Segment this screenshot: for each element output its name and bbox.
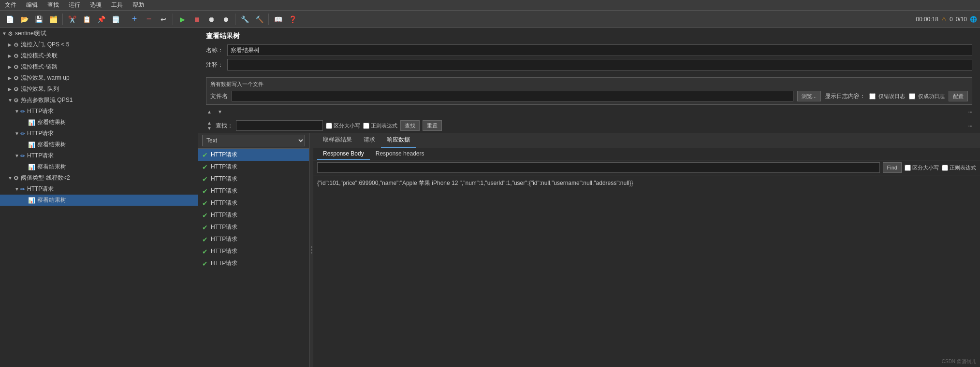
result-item-2[interactable]: ✔ HTTP请求: [198, 173, 309, 185]
config-button[interactable]: 配置: [949, 91, 968, 101]
result-item-8[interactable]: ✔ HTTP请求: [198, 245, 309, 257]
resizer-dot-1: [311, 246, 312, 248]
subtab-headers[interactable]: Response headers: [370, 148, 430, 160]
result-item-7[interactable]: ✔ HTTP请求: [198, 233, 309, 245]
tree-item-7[interactable]: 📊 察看结果树: [0, 117, 198, 128]
tree-item-11[interactable]: 📊 察看结果树: [0, 161, 198, 172]
open-btn[interactable]: 📂: [17, 13, 31, 26]
sep4: [235, 14, 235, 25]
menu-run[interactable]: 运行: [67, 0, 82, 10]
timer-display: 00:00:18: [916, 16, 938, 23]
result-regex-label: 正则表达式: [950, 164, 976, 171]
shutdown-btn[interactable]: ⏺: [219, 13, 233, 26]
subtab-body[interactable]: Response Body: [317, 148, 370, 160]
tree-item-2[interactable]: ▶ ⚙ 流控模式-链路: [0, 61, 198, 72]
browse-button[interactable]: 浏览...: [797, 91, 821, 101]
result-item-label-3: HTTP请求: [211, 187, 237, 195]
item5-expand: ▼: [8, 98, 14, 103]
tree-item-14[interactable]: 📊 察看结果树: [0, 195, 198, 206]
result-item-1[interactable]: ✔ HTTP请求: [198, 161, 309, 173]
item7-label: 察看结果树: [37, 118, 66, 127]
item4-label: 流控效果, 队列: [21, 85, 59, 93]
left-tree-panel: ▼ ⚙ sentinel测试 ▶ ⚙ 流控入门, QPS < 5 ▶ ⚙ 流控模…: [0, 28, 198, 367]
tree-item-9[interactable]: 📊 察看结果树: [0, 139, 198, 150]
copy-btn[interactable]: 📋: [80, 13, 93, 26]
root-icon: ⚙: [8, 30, 13, 37]
menu-options[interactable]: 选项: [88, 0, 103, 10]
paste-btn[interactable]: 📌: [94, 13, 108, 26]
item6-expand: ▼: [15, 109, 20, 114]
error-log-row: 仅错误日志: [869, 93, 905, 100]
result-item-9[interactable]: ✔ HTTP请求: [198, 257, 309, 269]
tree-item-8[interactable]: ▼ ✏ HTTP请求: [0, 128, 198, 139]
find-button[interactable]: 查找: [400, 120, 420, 131]
expand-btn[interactable]: 🗒️: [109, 13, 122, 26]
tree-item-3[interactable]: ▶ ⚙ 流控效果, warm up: [0, 72, 198, 84]
search-input[interactable]: [236, 120, 323, 131]
tree-item-0[interactable]: ▶ ⚙ 流控入门, QPS < 5: [0, 39, 198, 50]
new-btn[interactable]: 📄: [3, 13, 16, 26]
resizer[interactable]: [309, 133, 313, 367]
tab-request[interactable]: 请求: [358, 133, 381, 148]
text-type-select[interactable]: Text RegExp Tester CSS/JQuery Tester XPa…: [202, 135, 305, 146]
result-search-input[interactable]: [317, 162, 880, 173]
remote-btn[interactable]: 🔧: [238, 13, 251, 26]
result-search-row: Find 区分大小写 正则表达式: [313, 160, 980, 175]
cut-btn[interactable]: ✂️: [65, 13, 79, 26]
up-arrow[interactable]: ▲: [206, 109, 213, 114]
dots-menu-2[interactable]: ···: [968, 122, 972, 129]
regex-checkbox[interactable]: [363, 123, 369, 129]
menu-edit[interactable]: 编辑: [24, 0, 40, 10]
result-item-4[interactable]: ✔ HTTP请求: [198, 197, 309, 209]
item14-label: 察看结果树: [37, 196, 66, 204]
tab-sampler[interactable]: 取样器结果: [317, 133, 358, 148]
dots-menu-1[interactable]: ···: [968, 108, 972, 115]
result-body: {"id":101,"price":699900,"name":"Apple 苹…: [313, 175, 980, 367]
menu-find[interactable]: 查找: [45, 0, 61, 10]
add-btn[interactable]: +: [128, 13, 141, 26]
result-regex-checkbox[interactable]: [942, 165, 948, 171]
about-btn[interactable]: ❓: [286, 13, 299, 26]
tree-item-10[interactable]: ▼ ✏ HTTP请求: [0, 150, 198, 161]
stop-btn[interactable]: ⏹: [190, 13, 204, 26]
down-arrow[interactable]: ▼: [217, 109, 223, 114]
result-item-0[interactable]: ✔ HTTP请求: [198, 149, 309, 161]
menu-tools[interactable]: 工具: [109, 0, 125, 10]
clear-btn[interactable]: ↩: [157, 13, 170, 26]
menu-file[interactable]: 文件: [3, 0, 18, 10]
content-area: Text RegExp Tester CSS/JQuery Tester XPa…: [198, 133, 980, 367]
tree-item-1[interactable]: ▶ ⚙ 流控模式-关联: [0, 50, 198, 61]
success-log-checkbox[interactable]: [909, 93, 915, 99]
file-input[interactable]: [232, 91, 793, 101]
reset-button[interactable]: 重置: [423, 120, 442, 131]
start-btn[interactable]: ▶: [176, 13, 189, 26]
result-item-label-2: HTTP请求: [211, 175, 237, 183]
comment-input[interactable]: [227, 59, 972, 71]
item1-icon: ⚙: [14, 53, 19, 59]
tree-item-4[interactable]: ▶ ⚙ 流控效果, 队列: [0, 84, 198, 95]
tab-response[interactable]: 响应数据: [381, 133, 416, 148]
save-close-btn[interactable]: 💾: [32, 13, 45, 26]
result-case-checkbox[interactable]: [905, 165, 911, 171]
dropdown-list: ✔ HTTP请求 ✔ HTTP请求 ✔ HTTP请求 ✔ HTTP请求: [198, 149, 309, 367]
case-checkbox[interactable]: [326, 123, 332, 129]
menu-help[interactable]: 帮助: [131, 0, 146, 10]
tree-item-12[interactable]: ▼ ⚙ 阈值类型-线程数<2: [0, 172, 198, 184]
result-item-3[interactable]: ✔ HTTP请求: [198, 185, 309, 197]
tree-item-13[interactable]: ▼ ✏ HTTP请求: [0, 184, 198, 195]
error-log-checkbox[interactable]: [869, 93, 876, 99]
result-item-6[interactable]: ✔ HTTP请求: [198, 221, 309, 233]
remote2-btn[interactable]: 🔨: [252, 13, 266, 26]
remove-btn[interactable]: −: [142, 13, 156, 26]
pause-btn[interactable]: ⏺: [205, 13, 218, 26]
comment-row: 注释：: [206, 59, 972, 71]
tree-item-6[interactable]: ▼ ✏ HTTP请求: [0, 106, 198, 117]
result-find-button[interactable]: Find: [883, 162, 902, 173]
name-input[interactable]: [227, 44, 972, 56]
help-btn[interactable]: 📖: [271, 13, 285, 26]
result-item-5[interactable]: ✔ HTTP请求: [198, 209, 309, 221]
item6-label: HTTP请求: [27, 107, 54, 115]
save-btn[interactable]: 🗂️: [46, 13, 60, 26]
tree-root[interactable]: ▼ ⚙ sentinel测试: [0, 28, 198, 39]
tree-item-5[interactable]: ▼ ⚙ 热点参数限流 QPS1: [0, 95, 198, 106]
